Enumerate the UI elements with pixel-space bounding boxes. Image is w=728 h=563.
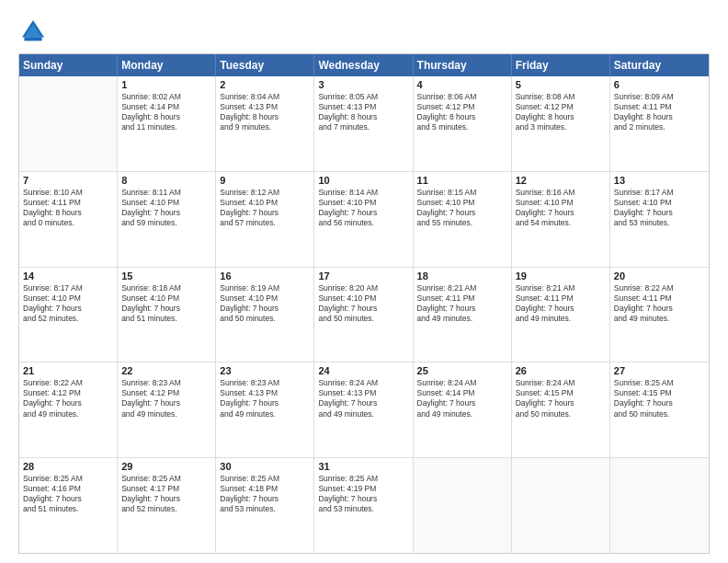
- day-number: 26: [516, 365, 606, 376]
- sunrise-text: Sunrise: 8:24 AM: [417, 378, 507, 388]
- day-number: 8: [121, 175, 211, 186]
- daylight-text-2: and 3 minutes.: [516, 122, 606, 132]
- daylight-text-2: and 49 minutes.: [318, 409, 408, 419]
- calendar-page: SundayMondayTuesdayWednesdayThursdayFrid…: [0, 0, 728, 563]
- sunset-text: Sunset: 4:11 PM: [614, 293, 705, 304]
- daylight-text-1: Daylight: 7 hours: [220, 398, 310, 408]
- calendar-cell: 30Sunrise: 8:25 AMSunset: 4:18 PMDayligh…: [216, 458, 314, 553]
- sunrise-text: Sunrise: 8:25 AM: [23, 474, 113, 484]
- daylight-text-2: and 57 minutes.: [220, 218, 310, 228]
- daylight-text-1: Daylight: 7 hours: [220, 494, 310, 504]
- daylight-text-2: and 49 minutes.: [220, 409, 310, 419]
- calendar-cell: 9Sunrise: 8:12 AMSunset: 4:10 PMDaylight…: [216, 172, 314, 267]
- daylight-text-2: and 2 minutes.: [614, 122, 705, 132]
- daylight-text-2: and 50 minutes.: [318, 314, 408, 324]
- daylight-text-2: and 7 minutes.: [318, 122, 408, 132]
- calendar-cell: 24Sunrise: 8:24 AMSunset: 4:13 PMDayligh…: [314, 362, 413, 457]
- daylight-text-2: and 49 minutes.: [417, 314, 507, 324]
- sunset-text: Sunset: 4:12 PM: [516, 102, 606, 112]
- calendar-cell: 12Sunrise: 8:16 AMSunset: 4:10 PMDayligh…: [512, 172, 610, 267]
- day-number: 12: [516, 175, 606, 186]
- sunrise-text: Sunrise: 8:11 AM: [121, 188, 211, 198]
- sunset-text: Sunset: 4:13 PM: [220, 102, 310, 112]
- daylight-text-2: and 52 minutes.: [121, 504, 211, 514]
- sunset-text: Sunset: 4:12 PM: [417, 102, 507, 112]
- sunset-text: Sunset: 4:10 PM: [121, 198, 211, 208]
- daylight-text-2: and 50 minutes.: [220, 314, 310, 324]
- calendar-cell: 28Sunrise: 8:25 AMSunset: 4:16 PMDayligh…: [19, 458, 118, 553]
- calendar-cell: 6Sunrise: 8:09 AMSunset: 4:11 PMDaylight…: [610, 76, 709, 171]
- day-number: 5: [516, 79, 606, 90]
- day-number: 23: [220, 365, 310, 376]
- sunrise-text: Sunrise: 8:09 AM: [614, 92, 705, 102]
- daylight-text-2: and 55 minutes.: [417, 218, 507, 228]
- sunset-text: Sunset: 4:13 PM: [220, 388, 310, 398]
- day-number: 30: [220, 461, 310, 472]
- daylight-text-1: Daylight: 8 hours: [318, 112, 408, 122]
- calendar-header-row: SundayMondayTuesdayWednesdayThursdayFrid…: [19, 54, 709, 76]
- calendar-cell: 27Sunrise: 8:25 AMSunset: 4:15 PMDayligh…: [610, 362, 709, 457]
- calendar-cell: [610, 458, 709, 553]
- header-cell-friday: Friday: [512, 54, 610, 76]
- daylight-text-1: Daylight: 7 hours: [23, 398, 113, 408]
- day-number: 13: [614, 175, 705, 186]
- daylight-text-2: and 53 minutes.: [614, 218, 705, 228]
- calendar-cell: 2Sunrise: 8:04 AMSunset: 4:13 PMDaylight…: [216, 76, 314, 171]
- sunrise-text: Sunrise: 8:25 AM: [121, 474, 211, 484]
- daylight-text-2: and 51 minutes.: [121, 314, 211, 324]
- calendar-week-2: 7Sunrise: 8:10 AMSunset: 4:11 PMDaylight…: [19, 172, 709, 268]
- calendar-cell: 4Sunrise: 8:06 AMSunset: 4:12 PMDaylight…: [414, 76, 512, 171]
- daylight-text-2: and 51 minutes.: [23, 504, 113, 514]
- calendar-cell: 11Sunrise: 8:15 AMSunset: 4:10 PMDayligh…: [414, 172, 512, 267]
- calendar-cell: 3Sunrise: 8:05 AMSunset: 4:13 PMDaylight…: [314, 76, 413, 171]
- calendar-cell: 18Sunrise: 8:21 AMSunset: 4:11 PMDayligh…: [414, 268, 512, 362]
- daylight-text-1: Daylight: 7 hours: [614, 398, 705, 408]
- sunrise-text: Sunrise: 8:05 AM: [318, 92, 408, 102]
- daylight-text-2: and 49 minutes.: [121, 409, 211, 419]
- day-number: 25: [417, 365, 507, 376]
- sunrise-text: Sunrise: 8:15 AM: [417, 188, 507, 198]
- sunset-text: Sunset: 4:14 PM: [121, 102, 211, 112]
- calendar-week-4: 21Sunrise: 8:22 AMSunset: 4:12 PMDayligh…: [19, 362, 709, 458]
- day-number: 28: [23, 461, 113, 472]
- calendar-cell: 23Sunrise: 8:23 AMSunset: 4:13 PMDayligh…: [216, 362, 314, 457]
- daylight-text-1: Daylight: 7 hours: [121, 494, 211, 504]
- day-number: 2: [220, 79, 310, 90]
- calendar-cell: 7Sunrise: 8:10 AMSunset: 4:11 PMDaylight…: [19, 172, 118, 267]
- sunrise-text: Sunrise: 8:23 AM: [121, 378, 211, 388]
- daylight-text-1: Daylight: 7 hours: [318, 398, 408, 408]
- sunset-text: Sunset: 4:11 PM: [614, 102, 705, 112]
- daylight-text-2: and 11 minutes.: [121, 122, 211, 132]
- sunset-text: Sunset: 4:13 PM: [318, 102, 408, 112]
- calendar-cell: 19Sunrise: 8:21 AMSunset: 4:11 PMDayligh…: [512, 268, 610, 362]
- daylight-text-2: and 49 minutes.: [516, 314, 606, 324]
- header-cell-wednesday: Wednesday: [314, 54, 413, 76]
- day-number: 3: [318, 79, 408, 90]
- calendar-cell: 1Sunrise: 8:02 AMSunset: 4:14 PMDaylight…: [118, 76, 216, 171]
- day-number: 31: [318, 461, 408, 472]
- daylight-text-1: Daylight: 7 hours: [318, 208, 408, 218]
- daylight-text-1: Daylight: 7 hours: [417, 304, 507, 314]
- day-number: 19: [516, 270, 606, 282]
- sunrise-text: Sunrise: 8:12 AM: [220, 188, 310, 198]
- sunrise-text: Sunrise: 8:20 AM: [318, 283, 408, 293]
- sunrise-text: Sunrise: 8:17 AM: [23, 283, 113, 293]
- calendar-cell: 21Sunrise: 8:22 AMSunset: 4:12 PMDayligh…: [19, 362, 118, 457]
- sunset-text: Sunset: 4:18 PM: [220, 484, 310, 494]
- sunset-text: Sunset: 4:16 PM: [23, 484, 113, 494]
- daylight-text-2: and 50 minutes.: [516, 409, 606, 419]
- sunrise-text: Sunrise: 8:14 AM: [318, 188, 408, 198]
- day-number: 14: [23, 270, 113, 282]
- daylight-text-1: Daylight: 7 hours: [516, 398, 606, 408]
- daylight-text-1: Daylight: 7 hours: [417, 208, 507, 218]
- sunset-text: Sunset: 4:10 PM: [318, 198, 408, 208]
- day-number: 15: [121, 270, 211, 282]
- daylight-text-2: and 53 minutes.: [318, 504, 408, 514]
- calendar-week-1: 1Sunrise: 8:02 AMSunset: 4:14 PMDaylight…: [19, 76, 709, 172]
- daylight-text-1: Daylight: 7 hours: [417, 398, 507, 408]
- calendar-cell: [19, 76, 118, 171]
- day-number: 18: [417, 270, 507, 282]
- daylight-text-1: Daylight: 7 hours: [121, 398, 211, 408]
- calendar-cell: 25Sunrise: 8:24 AMSunset: 4:14 PMDayligh…: [414, 362, 512, 457]
- calendar: SundayMondayTuesdayWednesdayThursdayFrid…: [18, 53, 710, 554]
